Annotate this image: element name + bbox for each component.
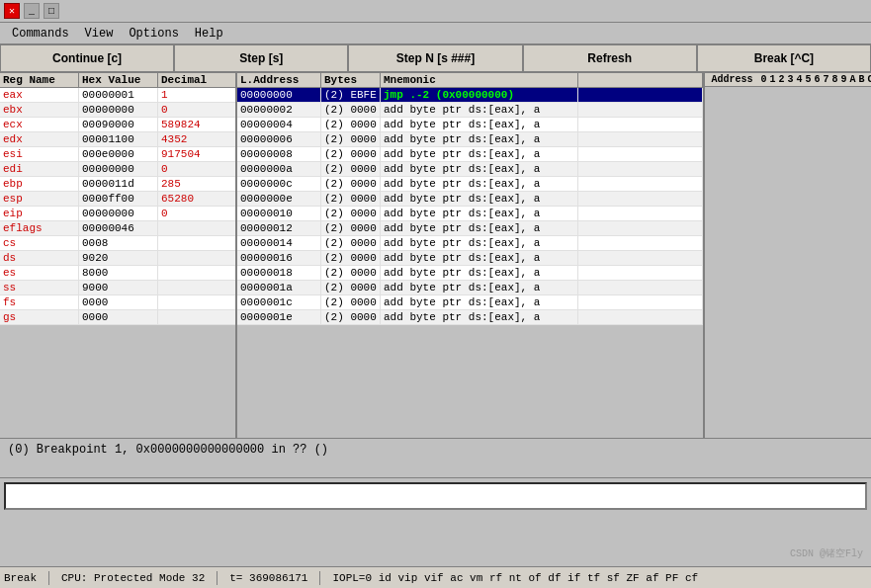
right-col-9: 9 — [839, 73, 848, 86]
reg-dec-cell — [158, 266, 235, 280]
reg-name-cell: gs — [0, 310, 79, 324]
reg-dec-cell: 4352 — [158, 132, 235, 146]
menu-help[interactable]: Help — [187, 25, 231, 42]
disasm-row[interactable]: 0000001e(2) 0000add byte ptr ds:[eax], a — [237, 310, 703, 325]
reg-dec-cell: 0 — [158, 103, 235, 117]
menu-options[interactable]: Options — [121, 25, 186, 42]
disasm-mnemonic-cell: add byte ptr ds:[eax], a — [381, 281, 578, 294]
disasm-bytes-cell: (2) 0000 — [321, 162, 381, 176]
disasm-row[interactable]: 00000004(2) 0000add byte ptr ds:[eax], a — [237, 118, 703, 132]
reg-header: Reg Name Hex Value Decimal — [0, 73, 235, 88]
reg-dec-cell — [158, 310, 235, 324]
disasm-bytes-cell: (2) 0000 — [321, 103, 381, 117]
reg-hex-cell: 00000046 — [79, 221, 158, 235]
disasm-mnemonic-cell: add byte ptr ds:[eax], a — [381, 177, 578, 191]
disasm-addr-cell: 00000002 — [237, 103, 321, 117]
close-button[interactable]: ✕ — [4, 3, 20, 19]
continue-button[interactable]: Continue [c] — [0, 44, 174, 72]
menu-view[interactable]: View — [77, 25, 122, 42]
disasm-row[interactable]: 0000001c(2) 0000add byte ptr ds:[eax], a — [237, 295, 703, 310]
reg-dec-cell: 65280 — [158, 192, 235, 206]
register-row: eip000000000 — [0, 207, 235, 221]
disasm-row[interactable]: 00000006(2) 0000add byte ptr ds:[eax], a — [237, 132, 703, 147]
register-row: esi000e0000917504 — [0, 147, 235, 162]
disasm-bytes-cell: (2) 0000 — [321, 221, 381, 235]
menu-bar: Commands View Options Help — [0, 22, 871, 43]
reg-hex-cell: 0000 — [79, 310, 158, 324]
register-row: eax000000011 — [0, 88, 235, 103]
disasm-row[interactable]: 00000002(2) 0000add byte ptr ds:[eax], a — [237, 103, 703, 118]
status-time: t= 369086171 — [229, 572, 307, 584]
disasm-extra-cell — [578, 192, 703, 206]
disasm-row[interactable]: 00000000(2) EBFEjmp .-2 (0x00000000) — [237, 88, 703, 103]
disasm-addr-cell: 00000008 — [237, 147, 321, 161]
disasm-col-extra — [578, 73, 703, 87]
register-row: ds9020 — [0, 251, 235, 266]
reg-name-cell: esp — [0, 192, 79, 206]
reg-col-name: Reg Name — [0, 73, 79, 87]
disasm-addr-cell: 0000001a — [237, 281, 321, 294]
disasm-mnemonic-cell: add byte ptr ds:[eax], a — [381, 295, 578, 309]
minimize-button[interactable]: _ — [24, 3, 40, 19]
disasm-addr-cell: 00000004 — [237, 118, 321, 131]
register-row: edx000011004352 — [0, 132, 235, 147]
reg-hex-cell: 00000000 — [79, 162, 158, 176]
right-header: Address 0 1 2 3 4 5 6 7 8 9 A B C — [705, 73, 871, 87]
disasm-row[interactable]: 00000012(2) 0000add byte ptr ds:[eax], a — [237, 221, 703, 236]
right-addr-header: Address — [705, 73, 759, 86]
status-iopl: IOPL=0 id vip vif ac vm rf nt of df if t… — [332, 572, 698, 584]
disasm-rows: 00000000(2) EBFEjmp .-2 (0x00000000)0000… — [237, 88, 703, 435]
reg-col-dec: Decimal — [158, 73, 237, 87]
right-col-8: 8 — [830, 73, 839, 86]
right-col-7: 7 — [822, 73, 830, 86]
reg-hex-cell: 00000001 — [79, 88, 158, 102]
right-col-a: A — [848, 73, 857, 86]
disasm-row[interactable]: 0000001a(2) 0000add byte ptr ds:[eax], a — [237, 281, 703, 295]
disasm-bytes-cell: (2) 0000 — [321, 132, 381, 146]
disasm-mnemonic-cell: add byte ptr ds:[eax], a — [381, 310, 578, 324]
reg-dec-cell — [158, 221, 235, 235]
break-button[interactable]: Break [^C] — [697, 44, 871, 72]
command-input[interactable] — [10, 489, 861, 503]
reg-name-cell: ebp — [0, 177, 79, 191]
reg-name-cell: ecx — [0, 118, 79, 131]
disasm-row[interactable]: 00000014(2) 0000add byte ptr ds:[eax], a — [237, 236, 703, 251]
disasm-row[interactable]: 00000018(2) 0000add byte ptr ds:[eax], a — [237, 266, 703, 281]
reg-name-cell: ss — [0, 281, 79, 294]
status-cpu: CPU: Protected Mode 32 — [61, 572, 205, 584]
reg-dec-cell: 1 — [158, 88, 235, 102]
refresh-button[interactable]: Refresh — [523, 44, 697, 72]
reg-dec-cell: 285 — [158, 177, 235, 191]
disasm-bytes-cell: (2) 0000 — [321, 192, 381, 206]
step-button[interactable]: Step [s] — [174, 44, 348, 72]
disasm-panel: L.Address Bytes Mnemonic 00000000(2) EBF… — [237, 73, 703, 438]
disasm-bytes-cell: (2) 0000 — [321, 281, 381, 294]
disasm-row[interactable]: 0000000c(2) 0000add byte ptr ds:[eax], a — [237, 177, 703, 192]
disasm-row[interactable]: 00000008(2) 0000add byte ptr ds:[eax], a — [237, 147, 703, 162]
disasm-extra-cell — [578, 162, 703, 176]
disasm-row[interactable]: 0000000a(2) 0000add byte ptr ds:[eax], a — [237, 162, 703, 177]
disasm-extra-cell — [578, 118, 703, 131]
reg-rows: eax000000011ebx000000000ecx0009000058982… — [0, 88, 235, 435]
reg-name-cell: eflags — [0, 221, 79, 235]
disasm-mnemonic-cell: add byte ptr ds:[eax], a — [381, 162, 578, 176]
reg-name-cell: edx — [0, 132, 79, 146]
right-col-6: 6 — [813, 73, 822, 86]
reg-hex-cell: 00090000 — [79, 118, 158, 131]
maximize-button[interactable]: □ — [44, 3, 59, 19]
reg-hex-cell: 0000 — [79, 295, 158, 309]
disasm-extra-cell — [578, 310, 703, 324]
register-row: ss9000 — [0, 281, 235, 295]
register-row: ebx000000000 — [0, 103, 235, 118]
disasm-addr-cell: 0000001e — [237, 310, 321, 324]
reg-dec-cell: 0 — [158, 162, 235, 176]
disasm-mnemonic-cell: add byte ptr ds:[eax], a — [381, 251, 578, 265]
disasm-addr-cell: 00000018 — [237, 266, 321, 280]
register-row: esp0000ff0065280 — [0, 192, 235, 207]
stepn-button[interactable]: Step N [s ###] — [348, 44, 522, 72]
menu-commands[interactable]: Commands — [4, 25, 77, 42]
disasm-row[interactable]: 00000016(2) 0000add byte ptr ds:[eax], a — [237, 251, 703, 266]
disasm-row[interactable]: 00000010(2) 0000add byte ptr ds:[eax], a — [237, 207, 703, 221]
disasm-row[interactable]: 0000000e(2) 0000add byte ptr ds:[eax], a — [237, 192, 703, 207]
disasm-mnemonic-cell: add byte ptr ds:[eax], a — [381, 118, 578, 131]
